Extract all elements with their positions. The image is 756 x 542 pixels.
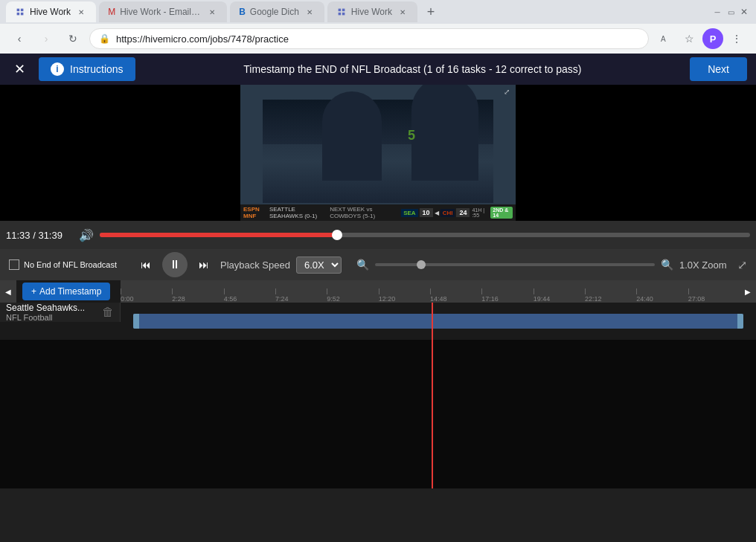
timeline-right-arrow[interactable]: ▶ (740, 280, 756, 303)
tab-label-3: Google Dich (250, 7, 299, 17)
time-display: 11:33 / 31:39 (6, 230, 73, 241)
clip-label-area: Seattle Seahawks... NFL Football 🗑 (0, 303, 121, 322)
skip-back-btn[interactable]: ⏮ (135, 254, 156, 275)
tab-label: Hive Work (30, 7, 71, 17)
tab-label-2: Hive Work - Email Verifica... (120, 7, 202, 17)
clip-left-handle[interactable] (133, 314, 139, 329)
next-week-label: NEXT WEEK vs COWBOYS (5-1) (330, 206, 399, 219)
svg-text:A: A (661, 35, 666, 43)
score-box: SEA 10 ◀ CHI 24 (401, 208, 470, 217)
ruler-tick-1: 2:28 (172, 288, 185, 303)
translate-icon-btn[interactable]: A (655, 28, 676, 49)
svg-rect-0 (17, 9, 20, 12)
restore-btn[interactable]: ▭ (725, 6, 737, 18)
svg-rect-3 (21, 13, 24, 16)
clip-name: Seattle Seahawks... (6, 303, 102, 313)
nfl-score-bar: ESPN MNF SEATTLE SEAHAWKS (0-1) NEXT WEE… (240, 204, 516, 221)
tab-translate[interactable]: B Google Dich ✕ (230, 1, 324, 22)
video-controls: 11:33 / 31:39 🔊 (0, 221, 756, 249)
url-bar[interactable]: 🔒 https://hivemicro.com/jobs/7478/practi… (89, 28, 649, 49)
menu-icon-btn[interactable]: ⋮ (726, 28, 747, 49)
skip-forward-btn[interactable]: ⏭ (193, 254, 214, 275)
bottom-area (0, 340, 756, 488)
close-icon: ✕ (14, 61, 25, 77)
close-window-btn[interactable]: ✕ (738, 6, 750, 18)
instructions-btn[interactable]: i Instructions (39, 57, 135, 81)
profile-initial: P (710, 33, 717, 45)
speed-select[interactable]: 6.0X 1.0X 2.0X 4.0X (296, 257, 342, 274)
star-icon-btn[interactable]: ☆ (679, 28, 699, 49)
tab-close-btn-4[interactable]: ✕ (397, 6, 409, 18)
new-tab-btn[interactable]: + (420, 1, 441, 22)
back-btn[interactable]: ‹ (9, 28, 30, 49)
zoom-out-icon[interactable]: 🔍 (356, 259, 369, 271)
ruler-spacer: ◀ + Add Timestamp (0, 280, 121, 303)
task-title: Timestamp the END of NFL Broadcast (1 of… (144, 63, 682, 75)
clip-type: NFL Football (6, 313, 102, 322)
toolbar-icons: A ☆ P ⋮ (655, 28, 747, 49)
ruler-tick-0: 0:00 (121, 288, 134, 303)
no-end-checkbox-area: No End of NFL Broadcast (9, 259, 117, 270)
tab-close-btn-3[interactable]: ✕ (304, 6, 315, 18)
progress-fill (100, 233, 337, 237)
svg-rect-6 (338, 13, 341, 16)
ruler-tick-3: 7:24 (275, 288, 289, 303)
tab-close-btn[interactable]: ✕ (75, 6, 87, 18)
ruler-tick-8: 19:44 (534, 288, 551, 303)
zoom-label: 1.0X Zoom (679, 259, 731, 271)
progress-thumb[interactable] (332, 230, 342, 240)
ruler-tick-6: 14:48 (430, 288, 447, 303)
ruler-tick-5: 12:20 (379, 288, 396, 303)
svg-rect-4 (338, 9, 341, 12)
profile-icon[interactable]: P (702, 28, 723, 49)
seahawks-record-label: SEATTLE SEAHAWKS (0-1) (269, 206, 327, 219)
app-header: ✕ i Instructions Timestamp the END of NF… (0, 54, 756, 85)
tab-close-btn-2[interactable]: ✕ (206, 6, 218, 18)
ruler-ticks: 0:002:284:567:249:5212:2014:4817:1619:44… (121, 280, 740, 303)
close-btn[interactable]: ✕ (9, 59, 30, 80)
browser-chrome: Hive Work ✕ M Hive Work - Email Verifica… (0, 0, 756, 54)
timeline-left-arrow[interactable]: ◀ (0, 280, 16, 303)
espn-label: ESPN MNF (243, 206, 267, 219)
add-timestamp-btn[interactable]: + Add Timestamp (22, 283, 110, 300)
instructions-label: Instructions (70, 63, 124, 75)
score-separator: ◀ (435, 210, 439, 216)
ruler-tick-9: 22:12 (585, 288, 602, 303)
team2-label: CHI (441, 209, 455, 217)
add-timestamp-icon: + (31, 286, 36, 297)
ruler-tick-7: 17:16 (481, 288, 499, 303)
game-info: 41H | :55 (472, 207, 488, 218)
info-label: i (56, 64, 58, 74)
zoom-slider[interactable] (375, 263, 655, 266)
zoom-container: 🔍 🔍 1.0X Zoom (356, 259, 731, 271)
score1-label: 10 (420, 208, 433, 217)
no-end-checkbox[interactable] (9, 259, 19, 270)
tab-hive-work-1[interactable]: Hive Work ✕ (6, 1, 96, 22)
zoom-in-icon[interactable]: 🔍 (661, 259, 673, 271)
next-btn[interactable]: Next (690, 57, 747, 81)
ruler-tick-11: 27:08 (688, 288, 705, 303)
tab-label-4: Hive Work (351, 7, 392, 17)
team1-label: SEA (401, 209, 417, 217)
clip-bar[interactable] (133, 314, 743, 329)
ruler-row: ◀ + Add Timestamp 0:002:284:567:249:5212… (0, 280, 756, 303)
tab-gmail[interactable]: M Hive Work - Email Verifica... ✕ (99, 1, 227, 22)
playhead-line (432, 303, 433, 340)
clip-delete-btn[interactable]: 🗑 (102, 306, 114, 319)
fullscreen-expand-icon[interactable]: ⤢ (504, 88, 510, 96)
reload-btn[interactable]: ↻ (63, 28, 83, 49)
progress-bar[interactable] (100, 233, 750, 237)
url-text: https://hivemicro.com/jobs/7478/practice (116, 33, 289, 45)
play-pause-btn[interactable]: ⏸ (162, 252, 188, 277)
svg-rect-5 (342, 9, 345, 12)
fullscreen-btn[interactable]: ⤢ (737, 258, 747, 272)
tab-hive-work-2[interactable]: Hive Work ✕ (327, 1, 417, 22)
video-player-display: 5 ESPN MNF SEATTLE SEAHAWKS (0-1) NEXT W… (240, 85, 516, 221)
zoom-thumb[interactable] (417, 260, 426, 269)
forward-btn[interactable]: › (36, 28, 57, 49)
playhead-line-bottom (432, 340, 433, 488)
play-pause-icon: ⏸ (169, 258, 181, 271)
minimize-btn[interactable]: ─ (711, 6, 723, 18)
volume-btn[interactable]: 🔊 (79, 228, 94, 242)
clip-right-handle[interactable] (737, 314, 743, 329)
